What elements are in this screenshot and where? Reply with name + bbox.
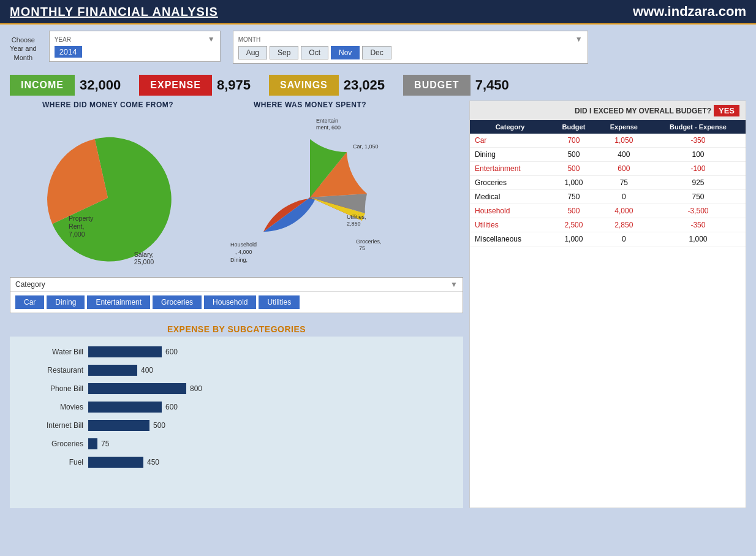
income-summary: INCOME 32,000	[10, 75, 121, 96]
category-filter-icon[interactable]: ▼	[450, 280, 458, 289]
savings-value: 23,025	[344, 77, 385, 93]
cell-expense: 4,000	[597, 204, 651, 218]
svg-text:25,000: 25,000	[134, 258, 154, 265]
bar-label-fuel: Fuel	[22, 458, 83, 467]
month-sep[interactable]: Sep	[270, 46, 298, 59]
month-oct[interactable]: Oct	[301, 46, 328, 59]
month-dec[interactable]: Dec	[362, 46, 391, 59]
subcategory-chart-title: EXPENSE BY SUBCATEGORIES	[10, 319, 463, 337]
month-aug[interactable]: Aug	[238, 46, 267, 59]
cell-expense: 0	[597, 232, 651, 246]
month-nov[interactable]: Nov	[331, 46, 360, 59]
bar-label-restaurant: Restaurant	[22, 366, 83, 375]
right-panel: DID I EXCEED MY OVERALL BUDGET? YES Cate…	[469, 101, 746, 508]
table-row: Groceries 1,000 75 925	[470, 176, 746, 190]
tab-car[interactable]: Car	[15, 295, 44, 309]
tab-utilities[interactable]: Utilities	[259, 295, 300, 309]
category-tabs: Car Dining Entertainment Groceries House…	[10, 292, 463, 313]
year-label: YEAR ▼	[55, 35, 215, 44]
bar-value-restaurant: 400	[141, 366, 153, 375]
summary-row: INCOME 32,000 EXPENSE 8,975 SAVINGS 23,0…	[0, 70, 756, 101]
budget-table: Category Budget Expense Budget - Expense…	[470, 120, 746, 246]
svg-text:Rent,: Rent,	[69, 223, 84, 230]
budget-answer: YES	[714, 105, 739, 116]
budget-value: 7,450	[475, 77, 509, 93]
table-row: Dining 500 400 100	[470, 148, 746, 162]
charts-row: WHERE DID MONEY COME FROM? Pro	[10, 101, 463, 271]
year-value[interactable]: 2014	[55, 46, 82, 58]
cell-category: Miscellaneous	[470, 232, 550, 246]
bar-fill-movies	[88, 402, 162, 413]
entertainment-label: Entertain	[316, 118, 338, 124]
bar-label-waterbill: Water Bill	[22, 348, 83, 356]
budget-summary: BUDGET 7,450	[403, 75, 509, 96]
cell-diff: -3,500	[651, 204, 746, 218]
year-filter-icon[interactable]: ▼	[208, 35, 215, 44]
cell-expense: 2,850	[597, 218, 651, 232]
bar-fill-phonebill	[88, 383, 186, 394]
budget-question: DID I EXCEED MY OVERALL BUDGET?	[575, 107, 711, 115]
bar-row-restaurant: Restaurant 400	[22, 365, 451, 376]
expense-summary: EXPENSE 8,975	[139, 75, 251, 96]
income-value: 32,000	[80, 77, 121, 93]
bar-fill-fuel	[88, 457, 143, 468]
income-pie-svg: Property Rent, 7,000 Salary, 25,000	[10, 112, 206, 271]
bar-row-groceries: Groceries 75	[22, 438, 451, 449]
col-budget: Budget	[550, 120, 597, 134]
header-url: www.indzara.com	[633, 4, 746, 20]
table-row: Miscellaneous 1,000 0 1,000	[470, 232, 746, 246]
bar-label-internetbill: Internet Bill	[22, 421, 83, 430]
svg-text:2,850: 2,850	[347, 221, 361, 227]
tab-household[interactable]: Household	[204, 295, 256, 309]
subcategories-section: Category ▼ Car Dining Entertainment Groc…	[10, 277, 463, 313]
groceries-label: Groceries,	[356, 238, 382, 245]
app-header: MONTHLY FINANCIAL ANALYSIS www.indzara.c…	[0, 0, 756, 25]
cell-budget: 2,500	[550, 218, 597, 232]
cell-category: Car	[470, 134, 550, 148]
controls-row: ChooseYear andMonth YEAR ▼ 2014 MONTH ▼ …	[0, 25, 756, 70]
cell-budget: 1,000	[550, 176, 597, 190]
bar-fill-groceries	[88, 438, 97, 449]
car-label: Car, 1,050	[353, 143, 379, 150]
bar-value-internetbill: 500	[153, 421, 165, 430]
svg-text:7,000: 7,000	[69, 230, 85, 238]
expense-chart: WHERE WAS MONEY SPENT?	[212, 101, 408, 271]
tab-groceries[interactable]: Groceries	[153, 295, 202, 309]
savings-summary: SAVINGS 23,025	[269, 75, 385, 96]
month-buttons: Aug Sep Oct Nov Dec	[238, 46, 583, 59]
cell-diff: 750	[651, 190, 746, 204]
cell-category: Medical	[470, 190, 550, 204]
budget-label: BUDGET	[403, 75, 471, 96]
bar-label-movies: Movies	[22, 403, 83, 411]
bar-row-fuel: Fuel 450	[22, 457, 451, 468]
tab-dining[interactable]: Dining	[47, 295, 85, 309]
cell-category: Groceries	[470, 176, 550, 190]
svg-text:, 4,000: , 4,000	[235, 249, 252, 255]
choose-label: ChooseYear andMonth	[10, 31, 37, 62]
household-label: Household	[230, 242, 257, 248]
bar-value-groceries: 75	[101, 440, 109, 448]
cell-category: Utilities	[470, 218, 550, 232]
tab-entertainment[interactable]: Entertainment	[87, 295, 150, 309]
expense-chart-title: WHERE WAS MONEY SPENT?	[212, 101, 408, 109]
expense-pie: Entertain ment, 600 Car, 1,050 Utilities…	[212, 112, 408, 271]
income-chart-title: WHERE DID MONEY COME FROM?	[10, 101, 206, 109]
bar-value-fuel: 450	[147, 458, 159, 467]
cell-budget: 500	[550, 204, 597, 218]
category-header-label: Category	[15, 280, 45, 289]
cell-diff: 1,000	[651, 232, 746, 246]
cell-budget: 1,000	[550, 232, 597, 246]
bar-fill-restaurant	[88, 365, 137, 376]
expense-label: EXPENSE	[139, 75, 212, 96]
cell-expense: 400	[597, 148, 651, 162]
cell-budget: 750	[550, 190, 597, 204]
bar-value-waterbill: 600	[165, 348, 178, 356]
month-filter-icon[interactable]: ▼	[575, 35, 583, 44]
col-expense: Expense	[597, 120, 651, 134]
bar-row-phonebill: Phone Bill 800	[22, 383, 451, 394]
bar-value-movies: 600	[165, 403, 178, 411]
utilities-label: Utilities,	[347, 214, 366, 220]
salary-label: Salary,	[134, 251, 154, 258]
income-chart: WHERE DID MONEY COME FROM? Pro	[10, 101, 206, 271]
dining-label: Dining,	[230, 257, 248, 263]
